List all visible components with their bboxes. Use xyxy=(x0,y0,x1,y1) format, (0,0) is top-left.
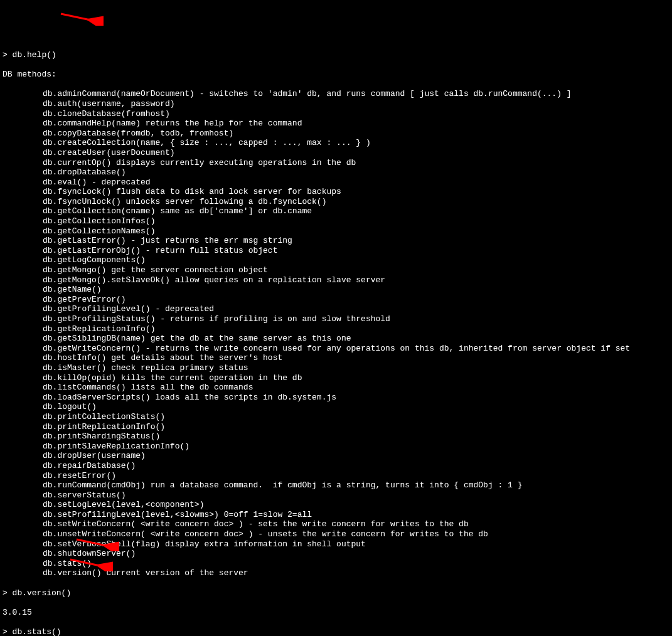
method-line: db.loadServerScripts() loads all the scr… xyxy=(3,393,669,403)
method-line: db.fsyncLock() flush data to disk and lo… xyxy=(3,187,669,197)
method-line: db.setWriteConcern( <write concern doc> … xyxy=(3,519,669,529)
method-line: db.getCollectionInfos() xyxy=(3,216,669,226)
method-line: db.printSlaveReplicationInfo() xyxy=(3,442,669,452)
method-line: db.printReplicationInfo() xyxy=(3,422,669,432)
method-line: db.getPrevError() xyxy=(3,295,669,305)
method-line: db.logout() xyxy=(3,402,669,412)
method-line: db.isMaster() check replica primary stat… xyxy=(3,363,669,373)
method-line: db.printCollectionStats() xyxy=(3,412,669,422)
method-line: db.cloneDatabase(fromhost) xyxy=(3,109,669,119)
method-line: db.commandHelp(name) returns the help fo… xyxy=(3,119,669,129)
method-line: db.getMongo().setSlaveOk() allow queries… xyxy=(3,275,669,285)
method-line: db.version() current version of the serv… xyxy=(3,568,669,578)
method-line: db.hostInfo() get details about the serv… xyxy=(3,353,669,363)
method-line: db.getProfilingLevel() - deprecated xyxy=(3,304,669,314)
version-output: 3.0.15 xyxy=(3,608,669,618)
method-line: db.killOp(opid) kills the current operat… xyxy=(3,373,669,383)
method-line: db.auth(username, password) xyxy=(3,99,669,109)
method-line: db.setProfilingLevel(level,<slowms>) 0=o… xyxy=(3,510,669,520)
header-line: DB methods: xyxy=(3,70,669,80)
method-line: db.adminCommand(nameOrDocument) - switch… xyxy=(3,89,669,99)
method-line: db.getCollectionNames() xyxy=(3,226,669,236)
method-line: db.dropUser(username) xyxy=(3,451,669,461)
method-line: db.getProfilingStatus() - returns if pro… xyxy=(3,314,669,324)
method-line: db.getMongo() get the server connection … xyxy=(3,265,669,275)
method-line: db.fsyncUnlock() unlocks server followin… xyxy=(3,197,669,207)
terminal-output: > db.help() DB methods: db.adminCommand(… xyxy=(3,40,669,636)
method-line: db.getWriteConcern() - returns the write… xyxy=(3,344,669,354)
arrow-annotation-icon xyxy=(53,0,104,35)
method-line: db.getLogComponents() xyxy=(3,255,669,265)
method-line: db.serverStatus() xyxy=(3,490,669,501)
method-line: db.dropDatabase() xyxy=(3,167,669,178)
method-line: db.repairDatabase() xyxy=(3,461,669,471)
method-line: db.unsetWriteConcern( <write concern doc… xyxy=(3,529,669,539)
method-line: db.copyDatabase(fromdb, todb, fromhost) xyxy=(3,129,669,139)
method-line: db.getLastError() - just returns the err… xyxy=(3,236,669,246)
prompt-version: > db.version() xyxy=(3,588,669,598)
methods-list: db.adminCommand(nameOrDocument) - switch… xyxy=(3,89,669,578)
method-line: db.printShardingStatus() xyxy=(3,432,669,442)
method-line: db.stats() xyxy=(3,559,669,569)
method-line: db.getReplicationInfo() xyxy=(3,324,669,334)
method-line: db.runCommand(cmdObj) run a database com… xyxy=(3,480,669,490)
method-line: db.getLastErrorObj() - return full statu… xyxy=(3,246,669,256)
method-line: db.eval() - deprecated xyxy=(3,178,669,188)
method-line: db.getCollection(cname) same as db['cnam… xyxy=(3,206,669,216)
prompt-stats: > db.stats() xyxy=(3,627,669,636)
method-line: db.listCommands() lists all the db comma… xyxy=(3,383,669,393)
svg-line-1 xyxy=(61,14,102,23)
prompt-help: > db.help() xyxy=(3,50,669,60)
method-line: db.setVerboseShell(flag) display extra i… xyxy=(3,539,669,549)
method-line: db.resetError() xyxy=(3,471,669,481)
method-line: db.getSiblingDB(name) get the db at the … xyxy=(3,334,669,344)
method-line: db.currentOp() displays currently execut… xyxy=(3,158,669,168)
method-line: db.shutdownServer() xyxy=(3,549,669,559)
method-line: db.setLogLevel(level,<component>) xyxy=(3,500,669,510)
method-line: db.createCollection(name, { size : ..., … xyxy=(3,138,669,148)
method-line: db.getName() xyxy=(3,285,669,295)
method-line: db.createUser(userDocument) xyxy=(3,148,669,158)
